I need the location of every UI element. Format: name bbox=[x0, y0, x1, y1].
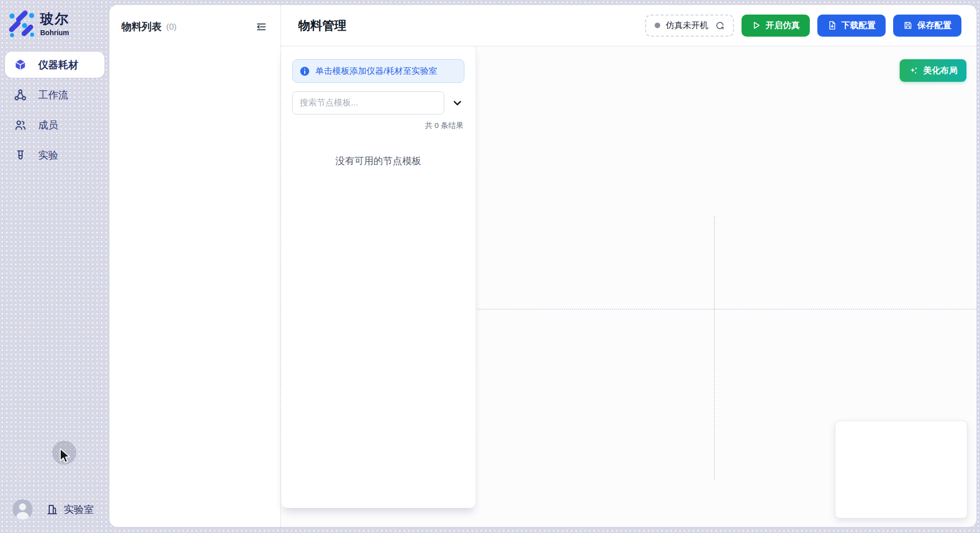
refresh-status-button[interactable] bbox=[715, 21, 724, 30]
download-config-label: 下载配置 bbox=[841, 20, 876, 31]
lab-entry[interactable]: 实验室 bbox=[46, 503, 94, 516]
info-banner-text: 单击模板添加仪器/耗材至实验室 bbox=[315, 65, 437, 77]
save-config-button[interactable]: 保存配置 bbox=[893, 15, 961, 37]
chevron-down-icon bbox=[451, 97, 463, 109]
sidebar: 玻尔 Bohrium 仪器耗材 工作流 bbox=[0, 0, 109, 533]
materials-list-count: (0) bbox=[166, 22, 177, 32]
person-icon bbox=[13, 499, 33, 519]
result-count: 共 0 条结果 bbox=[292, 121, 464, 130]
menu-fold-icon bbox=[256, 21, 267, 33]
users-icon bbox=[14, 118, 27, 132]
brand-subtitle: Bohrium bbox=[40, 29, 69, 37]
avatar[interactable] bbox=[13, 499, 33, 519]
sidebar-item-label: 仪器耗材 bbox=[38, 58, 78, 72]
lab-entry-label: 实验室 bbox=[64, 503, 94, 516]
sidebar-item-members[interactable]: 成员 bbox=[5, 112, 104, 138]
sidebar-item-instruments[interactable]: 仪器耗材 bbox=[5, 52, 104, 78]
node-template-panel: 单击模板添加仪器/耗材至实验室 共 0 条结果 没有可用的节点模板 bbox=[281, 47, 476, 508]
save-icon bbox=[903, 21, 913, 30]
bohrium-logo-icon bbox=[7, 9, 35, 37]
sidebar-item-label: 实验 bbox=[38, 149, 58, 162]
play-icon bbox=[752, 21, 761, 30]
canvas-guide-horizontal bbox=[475, 309, 976, 310]
refresh-icon bbox=[715, 21, 724, 30]
info-icon bbox=[300, 66, 310, 76]
sidebar-item-workflow[interactable]: 工作流 bbox=[5, 82, 104, 108]
status-dot-icon bbox=[655, 23, 660, 28]
workflow-icon bbox=[14, 88, 27, 102]
sidebar-footer: 实验室 bbox=[0, 499, 109, 519]
sparkles-icon bbox=[909, 66, 919, 76]
page-header: 物料管理 仿真未开机 开启仿真 bbox=[281, 5, 976, 47]
brand-logo: 玻尔 Bohrium bbox=[0, 9, 109, 37]
page-title: 物料管理 bbox=[298, 18, 346, 34]
sidebar-menu: 仪器耗材 工作流 成员 bbox=[0, 52, 109, 168]
materials-list-panel: 物料列表 (0) bbox=[109, 5, 281, 527]
simulation-status-pill: 仿真未开机 bbox=[645, 15, 734, 37]
main-area: 物料管理 仿真未开机 开启仿真 bbox=[281, 5, 976, 527]
brand-title: 玻尔 bbox=[40, 10, 69, 28]
main-card: 物料列表 (0) 物料管理 仿真未开机 bbox=[109, 5, 976, 527]
start-simulation-label: 开启仿真 bbox=[766, 20, 800, 31]
search-template-input[interactable] bbox=[292, 91, 444, 114]
test-tube-icon bbox=[14, 149, 27, 162]
canvas-guide-vertical bbox=[714, 216, 715, 479]
sidebar-item-label: 成员 bbox=[38, 118, 58, 132]
layout-canvas[interactable]: 单击模板添加仪器/耗材至实验室 共 0 条结果 没有可用的节点模板 bbox=[281, 47, 976, 527]
collapse-panel-button[interactable] bbox=[255, 20, 268, 34]
file-download-icon bbox=[827, 21, 837, 30]
sidebar-item-experiments[interactable]: 实验 bbox=[5, 142, 104, 168]
empty-templates-message: 没有可用的节点模板 bbox=[292, 155, 464, 168]
start-simulation-button[interactable]: 开启仿真 bbox=[742, 15, 810, 37]
expand-filters-button[interactable] bbox=[450, 96, 464, 110]
materials-list-title: 物料列表 bbox=[121, 20, 162, 34]
beautify-layout-button[interactable]: 美化布局 bbox=[900, 59, 966, 82]
info-banner: 单击模板添加仪器/耗材至实验室 bbox=[292, 59, 464, 83]
sidebar-item-label: 工作流 bbox=[38, 88, 68, 102]
cube-icon bbox=[14, 58, 27, 72]
building-icon bbox=[46, 503, 59, 516]
beautify-layout-label: 美化布局 bbox=[923, 65, 957, 76]
simulation-status-text: 仿真未开机 bbox=[666, 20, 708, 31]
download-config-button[interactable]: 下载配置 bbox=[817, 15, 886, 37]
minimap-panel[interactable] bbox=[835, 421, 967, 518]
save-config-label: 保存配置 bbox=[917, 20, 951, 31]
